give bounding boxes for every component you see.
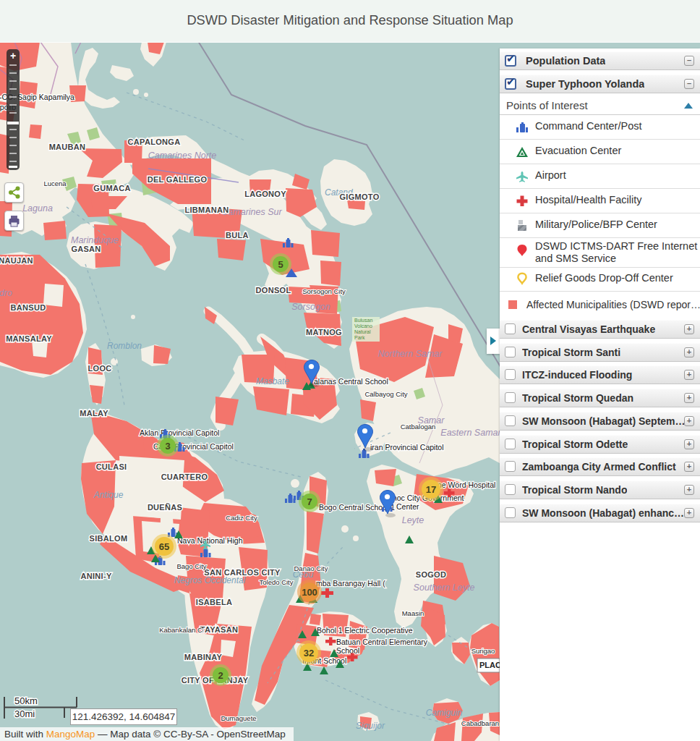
svg-text:LAGONOY: LAGONOY: [244, 190, 286, 198]
svg-text:Nava National High: Nava National High: [177, 536, 243, 545]
svg-text:GASAN: GASAN: [71, 245, 101, 253]
svg-text:MAUBAN: MAUBAN: [49, 143, 86, 151]
svg-text:Natural: Natural: [354, 329, 371, 334]
svg-text:Cadiz City: Cadiz City: [226, 514, 257, 522]
svg-text:DEL GALLEGO: DEL GALLEGO: [148, 175, 208, 184]
svg-text:dro: dro: [0, 288, 12, 298]
svg-text:100: 100: [302, 587, 317, 598]
svg-text:30mi: 30mi: [14, 708, 35, 719]
svg-text:Cabadbaran: Cabadbaran: [461, 719, 499, 727]
svg-text:Calbayog City: Calbayog City: [364, 390, 407, 398]
svg-text:ne Word Hospital: ne Word Hospital: [438, 480, 495, 489]
svg-text:3: 3: [165, 441, 170, 452]
svg-text:Laguna: Laguna: [22, 203, 53, 213]
svg-text:Park: Park: [354, 335, 365, 340]
svg-text:Aklan Provincial Capitol: Aklan Provincial Capitol: [140, 428, 219, 437]
svg-text:LOOC: LOOC: [88, 364, 112, 373]
svg-text:Dumaguete: Dumaguete: [221, 714, 256, 722]
svg-text:Bago City: Bago City: [176, 562, 206, 570]
svg-text:Catbalogan: Catbalogan: [401, 423, 436, 431]
svg-text:GIGMOTO: GIGMOTO: [339, 192, 379, 201]
svg-text:MABINAY: MABINAY: [184, 653, 223, 661]
svg-text:Camarines Sur: Camarines Sur: [221, 207, 282, 217]
svg-text:Northern Samar: Northern Samar: [378, 349, 443, 359]
svg-text:5: 5: [278, 259, 283, 270]
svg-text:32: 32: [304, 648, 314, 659]
svg-text:Masbate: Masbate: [256, 376, 289, 386]
svg-text:CUARTERO: CUARTERO: [161, 473, 208, 481]
svg-text:Center: Center: [396, 502, 419, 511]
svg-text:LIBMANAN: LIBMANAN: [184, 206, 229, 214]
svg-text:alanas Central School: alanas Central School: [314, 377, 388, 386]
svg-text:65: 65: [159, 541, 169, 552]
svg-text:SAN CARLOS CITY: SAN CARLOS CITY: [204, 568, 281, 577]
svg-text:mba Barangay Hall (: mba Barangay Hall (: [316, 579, 385, 588]
svg-text:DONSOL: DONSOL: [256, 286, 291, 295]
svg-text:MATNOG: MATNOG: [306, 328, 342, 336]
svg-text:SIBALOM: SIBALOM: [90, 534, 128, 543]
svg-text:Sorsogon: Sorsogon: [291, 302, 330, 312]
svg-text:17: 17: [426, 484, 436, 495]
svg-text:Romblon: Romblon: [107, 341, 142, 351]
svg-text:2: 2: [218, 670, 223, 681]
svg-text:MALAY: MALAY: [80, 409, 108, 418]
svg-text:50km: 50km: [14, 695, 38, 706]
svg-text:School: School: [336, 646, 359, 655]
svg-text:Camiguin: Camiguin: [426, 708, 463, 718]
svg-text:BULA: BULA: [226, 231, 249, 240]
svg-text:Southern Leyte: Southern Leyte: [414, 583, 475, 593]
svg-text:ISABELA: ISABELA: [196, 598, 232, 606]
svg-text:Lucena: Lucena: [43, 179, 67, 187]
svg-text:MANSALAY: MANSALAY: [6, 334, 52, 343]
svg-text:Batuan Central Elementary: Batuan Central Elementary: [336, 638, 428, 646]
svg-text:Volcano: Volcano: [354, 323, 372, 329]
svg-text:Danao City: Danao City: [294, 564, 328, 572]
svg-text:Bulusan: Bulusan: [354, 318, 372, 323]
svg-text:ANINI-Y: ANINI-Y: [80, 572, 111, 580]
svg-text:Surigao: Surigao: [471, 647, 495, 655]
svg-text:Camarines Norte: Camarines Norte: [148, 151, 217, 161]
svg-text:GUMACA: GUMACA: [93, 184, 130, 192]
svg-text:Eastern Samar: Eastern Samar: [440, 428, 501, 438]
svg-text:Bohol 1 Electric Cooperative: Bohol 1 Electric Cooperative: [317, 626, 413, 635]
svg-text:TAYASAN: TAYASAN: [200, 625, 238, 634]
svg-text:Maasin: Maasin: [402, 609, 424, 617]
svg-text:Siquijor: Siquijor: [356, 721, 385, 731]
svg-text:Negros Occidental: Negros Occidental: [174, 575, 246, 585]
svg-text:Leyte: Leyte: [402, 515, 424, 525]
svg-text:iran Provincial Capitol: iran Provincial Capitol: [370, 443, 444, 452]
svg-text:CULASI: CULASI: [96, 462, 127, 471]
svg-text:DUEÑAS: DUEÑAS: [148, 503, 182, 512]
svg-text:Antique: Antique: [93, 490, 124, 500]
svg-text:Sorsogon City: Sorsogon City: [302, 287, 346, 295]
svg-text:Marinduque: Marinduque: [71, 235, 119, 245]
svg-text:SOGOD: SOGOD: [416, 570, 446, 579]
svg-text:BANSUD: BANSUD: [11, 303, 46, 312]
svg-text:7: 7: [307, 496, 312, 507]
svg-text:NAUJAN: NAUJAN: [0, 256, 33, 265]
svg-text:Kabankalan C: Kabankalan C: [159, 626, 202, 634]
svg-text:Toledo City: Toledo City: [260, 578, 294, 586]
svg-text:CAPALONGA: CAPALONGA: [128, 137, 181, 146]
